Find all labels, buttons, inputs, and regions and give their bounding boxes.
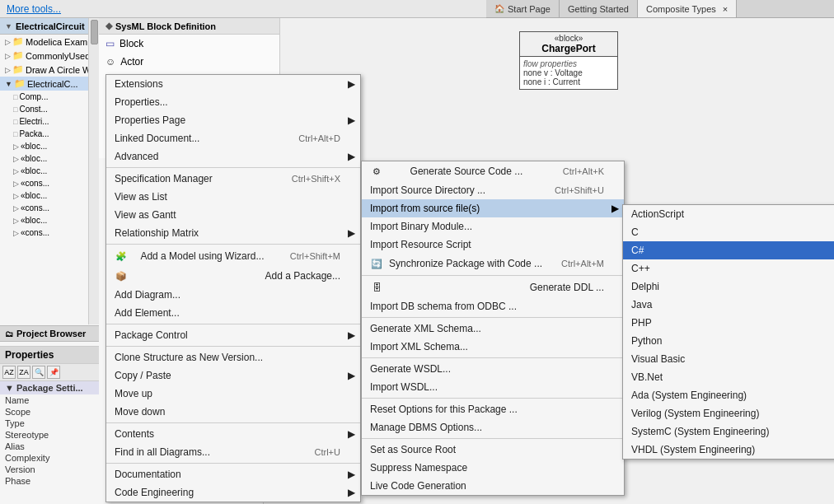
menu-separator — [362, 438, 624, 439]
menu-item-linked-doc[interactable]: Linked Document... Ctrl+Alt+D — [106, 129, 360, 147]
tab-composite-types[interactable]: Composite Types × — [638, 0, 737, 17]
menu-item-code-engineering[interactable]: Code Engineering ▶ — [106, 483, 360, 502]
menu-item-view-as-gantt[interactable]: View as Gantt — [106, 206, 360, 224]
menu-item-import-db[interactable]: Import DB schema from ODBC ... — [362, 297, 624, 315]
prop-pin-button[interactable]: 📌 — [47, 366, 60, 379]
menu-item-delphi[interactable]: Delphi — [623, 278, 834, 296]
prop-sort-za-button[interactable]: ZA — [17, 366, 30, 379]
menu-item-add-package[interactable]: 📦 Add a Package... — [106, 266, 360, 286]
tree-item[interactable]: ▷ 📁 Draw A Circle With Parametric Plot — [0, 63, 99, 77]
menu-item-move-down[interactable]: Move down — [106, 403, 360, 421]
prop-row-alias: Alias — [0, 441, 99, 452]
menu-item-verilog[interactable]: Verilog (System Engineering) — [623, 404, 834, 422]
tree-item[interactable]: □ Packa... — [0, 128, 99, 140]
tree-item[interactable]: ▷ «cons... — [0, 177, 99, 189]
block-header: «block» ChargePort — [520, 32, 617, 57]
tree-item[interactable]: ▷ «cons... — [0, 226, 99, 239]
block-diagram: «block» ChargePort flow properties none … — [519, 31, 618, 90]
menu-item-set-source-root[interactable]: Set as Source Root — [362, 441, 624, 459]
tab-close-icon[interactable]: × — [723, 4, 728, 14]
block-body: flow properties none v : Voltage none i … — [520, 57, 617, 89]
menu-item-csharp[interactable]: C# — [623, 241, 834, 259]
menu-item-import-wsdl[interactable]: Import WSDL... — [362, 378, 624, 396]
menu-item-add-diagram[interactable]: Add Diagram... — [106, 286, 360, 304]
menu-item-view-as-list[interactable]: View as List — [106, 188, 360, 206]
menu-item-import-source-files[interactable]: Import from source file(s) ▶ — [362, 199, 624, 217]
menu-item-clone-structure[interactable]: Clone Structure as New Version... — [106, 348, 360, 366]
tree-scrollbar[interactable] — [88, 18, 99, 324]
code-engineering-menu: ⚙ Generate Source Code ... Ctrl+Alt+K Im… — [361, 161, 625, 496]
gen-source-icon: ⚙ — [370, 165, 383, 178]
menu-item-vbnet[interactable]: VB.Net — [623, 368, 834, 386]
menu-item-live-code-gen[interactable]: Live Code Generation — [362, 477, 624, 495]
tree-title: ElectricalCircuit — [16, 21, 85, 31]
menu-item-ada[interactable]: Ada (System Engineering) — [623, 386, 834, 404]
menu-item-cpp[interactable]: C++ — [623, 259, 834, 278]
menu-item-import-binary[interactable]: Import Binary Module... — [362, 217, 624, 236]
menu-item-php[interactable]: PHP — [623, 314, 834, 332]
submenu-arrow-icon: ▶ — [348, 78, 355, 90]
menu-item-sync-package[interactable]: 🔄 Synchronize Package with Code ... Ctrl… — [362, 254, 624, 273]
prop-row-type: Type — [0, 418, 99, 429]
tree-item[interactable]: ▼ 📁 ElectricalC... — [0, 77, 99, 91]
tree-item[interactable]: ▷ «bloc... — [0, 152, 99, 165]
menu-item-vb[interactable]: Visual Basic — [623, 350, 834, 368]
menu-item-copy-paste[interactable]: Copy / Paste ▶ — [106, 366, 360, 385]
menu-item-python[interactable]: Python — [623, 332, 834, 350]
properties-section: ▼ Package Setti... — [0, 381, 99, 394]
tree-item[interactable]: ▷ «bloc... — [0, 140, 99, 152]
menu-item-import-resource[interactable]: Import Resource Script — [362, 236, 624, 254]
menu-item-gen-ddl[interactable]: 🗄 Generate DDL ... — [362, 278, 624, 297]
scrollbar-thumb[interactable] — [91, 20, 98, 44]
tree-item[interactable]: ▷ 📁 Modelica Examples — [0, 35, 99, 49]
import-source-menu: ActionScript C C# C++ Delphi Java PHP Py… — [622, 204, 834, 460]
tree-item[interactable]: ▷ «bloc... — [0, 189, 99, 202]
menu-item-java[interactable]: Java — [623, 296, 834, 314]
tree-item[interactable]: □ Comp... — [0, 91, 99, 103]
menu-item-add-element[interactable]: Add Element... — [106, 304, 360, 322]
menu-item-properties-page[interactable]: Properties Page ▶ — [106, 111, 360, 129]
tab-getting-started[interactable]: Getting Started — [560, 0, 638, 17]
menu-item-reset-options[interactable]: Reset Options for this Package ... — [362, 400, 624, 418]
menu-item-suppress-namespace[interactable]: Suppress Namespace — [362, 459, 624, 477]
prop-sort-az-button[interactable]: AZ — [2, 366, 16, 379]
menu-item-systemc[interactable]: SystemC (System Engineering) — [623, 422, 834, 441]
tree-item[interactable]: □ Const... — [0, 103, 99, 115]
menu-item-add-model[interactable]: 🧩 Add a Model using Wizard... Ctrl+Shift… — [106, 246, 360, 266]
menu-item-advanced[interactable]: Advanced ▶ — [106, 147, 360, 166]
submenu-arrow-icon: ▶ — [348, 487, 355, 498]
prop-row-stereotype: Stereotype — [0, 429, 99, 441]
menu-item-documentation[interactable]: Documentation ▶ — [106, 465, 360, 483]
menu-item-gen-xml[interactable]: Generate XML Schema... — [362, 320, 624, 338]
menu-item-vhdl[interactable]: VHDL (System Engineering) — [623, 441, 834, 459]
menu-item-import-xml[interactable]: Import XML Schema... — [362, 338, 624, 356]
menu-item-package-control[interactable]: Package Control ▶ — [106, 326, 360, 344]
menu-item-manage-dbms[interactable]: Manage DBMS Options... — [362, 418, 624, 436]
tree-item[interactable]: ▷ «bloc... — [0, 165, 99, 177]
menu-item-relationship-matrix[interactable]: Relationship Matrix ▶ — [106, 224, 360, 242]
menu-item-contents[interactable]: Contents ▶ — [106, 425, 360, 443]
tree-item[interactable]: ▷ 📁 CommonlyUsedTypes — [0, 49, 99, 63]
menu-item-gen-wsdl[interactable]: Generate WSDL... — [362, 360, 624, 378]
submenu-arrow-icon: ▶ — [348, 370, 355, 381]
menu-item-gen-source[interactable]: ⚙ Generate Source Code ... Ctrl+Alt+K — [362, 161, 624, 181]
tree-item[interactable]: □ Electri... — [0, 115, 99, 128]
properties-panel: Properties AZ ZA 🔍 📌 ▼ Package Setti... … — [0, 346, 99, 504]
menu-item-spec-manager[interactable]: Specification Manager Ctrl+Shift+X — [106, 170, 360, 188]
menu-item-find-diagrams[interactable]: Find in all Diagrams... Ctrl+U — [106, 443, 360, 461]
sysml-actor-item[interactable]: ☺ Actor — [99, 53, 279, 71]
menu-item-extensions[interactable]: Extensions ▶ — [106, 75, 360, 93]
sync-icon: 🔄 — [370, 257, 383, 270]
submenu-arrow-icon: ▶ — [348, 329, 355, 341]
menu-item-move-up[interactable]: Move up — [106, 385, 360, 403]
tree-item[interactable]: ▷ «bloc... — [0, 214, 99, 226]
menu-item-properties[interactable]: Properties... — [106, 93, 360, 111]
menu-item-c[interactable]: C — [623, 223, 834, 241]
tab-start-page[interactable]: 🏠 Start Page — [486, 0, 560, 17]
menu-item-actionscript[interactable]: ActionScript — [623, 205, 834, 223]
more-tools-link[interactable]: More tools... — [7, 3, 61, 15]
prop-filter-button[interactable]: 🔍 — [32, 366, 45, 379]
sysml-block-item[interactable]: ▭ Block — [99, 35, 279, 53]
tree-item[interactable]: ▷ «cons... — [0, 202, 99, 214]
menu-item-import-source-dir[interactable]: Import Source Directory ... Ctrl+Shift+U — [362, 181, 624, 199]
